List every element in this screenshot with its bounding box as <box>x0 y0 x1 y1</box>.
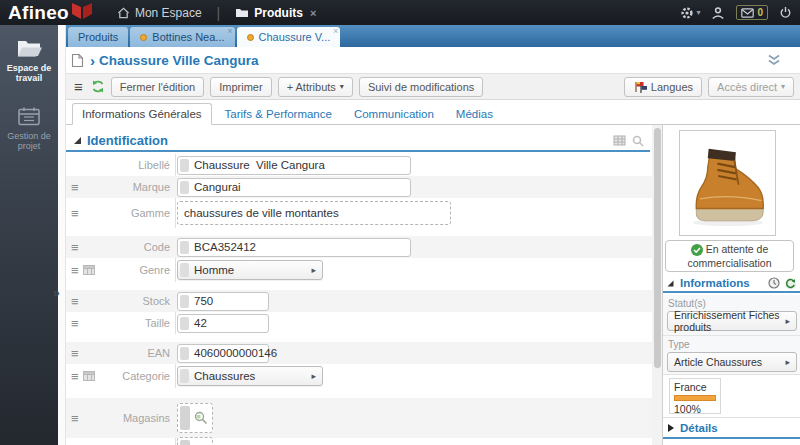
input-handle <box>180 347 189 360</box>
categorie-select[interactable]: Chaussures▸ <box>177 366 323 386</box>
sync-icon[interactable] <box>784 277 797 290</box>
flags-icon <box>633 81 647 93</box>
drag-handle-icon[interactable]: ≡ <box>71 295 79 308</box>
right-panel: En attente de commercialisation Informat… <box>662 125 800 445</box>
input-handle <box>180 317 189 330</box>
settings-button[interactable]: ▾ <box>680 6 700 20</box>
section-expand-icon <box>668 424 674 432</box>
form-row-ean: ≡ EAN 4060000000146 <box>66 342 652 364</box>
genre-select[interactable]: Homme▸ <box>177 260 323 280</box>
direct-access-caret-icon: ▾ <box>781 82 785 91</box>
informations-section-header[interactable]: Informations <box>663 275 800 293</box>
matrix-icon <box>83 371 95 381</box>
history-icon[interactable] <box>768 277 780 289</box>
tab-informations-generales[interactable]: Informations Générales <box>72 103 212 125</box>
details-section-header[interactable]: Détails <box>663 417 800 439</box>
statut-select[interactable]: Enrichissement Fiches produits ▸ <box>667 311 797 331</box>
libelle-input[interactable]: Chaussure Ville Cangura <box>177 156 411 175</box>
toolbar: ≡ Fermer l'édition Imprimer + Attributs … <box>66 73 800 100</box>
logout-button[interactable] <box>779 6 792 19</box>
tab-tarifs-performance[interactable]: Tarifs & Performance <box>216 104 341 124</box>
form-row-taille: ≡ Taille 42 <box>66 312 652 334</box>
scrollbar-thumb[interactable] <box>654 128 661 368</box>
marque-input[interactable]: Cangurai <box>177 178 411 197</box>
collapse-all-icon[interactable] <box>766 54 782 66</box>
app-logo[interactable]: Afineo <box>8 2 93 24</box>
form-row-marque: ≡ Marque Cangurai <box>66 176 652 198</box>
drag-handle-icon[interactable]: ≡ <box>71 264 79 277</box>
form-tab-bar: Informations Générales Tarifs & Performa… <box>66 100 800 125</box>
nav-produits-close-icon[interactable]: × <box>310 7 316 19</box>
input-handle <box>180 241 189 254</box>
drag-handle-icon[interactable]: ≡ <box>71 370 79 383</box>
nav-produits[interactable]: Produits × <box>235 6 316 20</box>
drag-handle-icon[interactable]: ≡ <box>71 412 79 425</box>
nav-divider: | <box>217 5 221 21</box>
folder-icon <box>235 7 249 18</box>
form-row-code: ≡ Code BCA352412 <box>66 236 652 258</box>
tab-medias[interactable]: Médias <box>447 104 502 124</box>
drag-handle-icon[interactable]: ≡ <box>71 347 79 360</box>
tab-close-icon[interactable]: × <box>333 26 338 36</box>
nav-mon-espace[interactable]: Mon Espace <box>117 6 202 20</box>
topbar: Afineo Mon Espace | Produits × ▾ <box>0 0 800 25</box>
partial-picker-button[interactable] <box>177 437 213 445</box>
section-collapse-icon <box>668 280 674 286</box>
field-label: Marque <box>106 181 170 193</box>
doc-tab-produits[interactable]: Produits <box>68 27 128 47</box>
close-edit-button[interactable]: Fermer l'édition <box>111 77 204 97</box>
drag-handle-icon[interactable]: ≡ <box>71 207 79 220</box>
grid-view-icon[interactable] <box>613 135 626 146</box>
type-label: Type <box>668 339 800 350</box>
breadcrumb: › Chaussure Ville Cangura <box>66 47 800 73</box>
magasins-picker-button[interactable] <box>177 403 213 433</box>
breadcrumb-chevron-icon: › <box>90 52 95 69</box>
section-collapse-icon <box>74 137 81 144</box>
print-button[interactable]: Imprimer <box>210 77 271 97</box>
type-select[interactable]: Article Chaussures ▸ <box>667 352 797 372</box>
topbar-nav: Mon Espace | Produits × <box>117 5 316 21</box>
product-image[interactable] <box>679 130 776 236</box>
toolbar-menu-icon[interactable]: ≡ <box>74 78 83 95</box>
field-label: Code <box>106 241 170 253</box>
track-changes-button[interactable]: Suivi de modifications <box>359 77 483 97</box>
languages-button[interactable]: Langues <box>624 77 702 97</box>
input-handle <box>180 181 189 194</box>
status-dot-icon <box>247 34 254 41</box>
user-button[interactable] <box>711 6 725 20</box>
attributes-button[interactable]: + Attributs ▾ <box>278 77 353 97</box>
document-tab-band: Produits Bottines Nea... × Chaussure V..… <box>66 25 800 47</box>
identification-section-header[interactable]: Identification <box>66 131 650 152</box>
messages-button[interactable]: 0 <box>736 5 768 20</box>
refresh-icon[interactable] <box>91 80 105 93</box>
tab-communication[interactable]: Communication <box>345 104 443 124</box>
direct-access-button[interactable]: Accès direct ▾ <box>708 77 794 97</box>
matrix-icon <box>83 265 95 275</box>
drag-handle-icon[interactable]: ≡ <box>71 181 79 194</box>
field-label: Magasins <box>106 412 170 424</box>
completeness-widget: France 100% <box>669 378 721 414</box>
sidebar-item-gestion-de-projet[interactable]: Gestion de projet <box>0 93 58 161</box>
doc-tab-bottines[interactable]: Bottines Nea... × <box>130 27 234 47</box>
sidebar-item-espace-de-travail[interactable]: Espace de travail <box>0 25 58 93</box>
sidebar-item-label: Espace de travail <box>0 63 58 84</box>
search-circle-icon[interactable] <box>632 135 644 147</box>
field-label: EAN <box>106 347 170 359</box>
taille-input[interactable]: 42 <box>177 314 269 333</box>
vertical-scrollbar[interactable] <box>652 125 662 445</box>
ean-input[interactable]: 4060000000146 <box>177 344 269 363</box>
user-icon <box>711 6 725 20</box>
input-handle <box>180 406 190 430</box>
tab-close-icon[interactable]: × <box>227 26 232 36</box>
select-arrow-icon: ▸ <box>311 265 316 275</box>
commercialisation-status-button[interactable]: En attente de commercialisation <box>665 240 794 272</box>
drag-handle-icon[interactable]: ≡ <box>71 317 79 330</box>
gamme-input[interactable]: chaussures de ville montantes <box>177 201 451 225</box>
panel-expand-handle[interactable]: » <box>53 286 67 302</box>
code-input[interactable]: BCA352412 <box>177 238 411 257</box>
stock-input[interactable]: 750 <box>177 292 269 311</box>
drag-handle-icon[interactable]: ≡ <box>71 241 79 254</box>
mail-icon <box>741 8 754 18</box>
calendar-icon <box>17 106 41 126</box>
doc-tab-chaussure[interactable]: Chaussure V... × <box>237 27 341 47</box>
